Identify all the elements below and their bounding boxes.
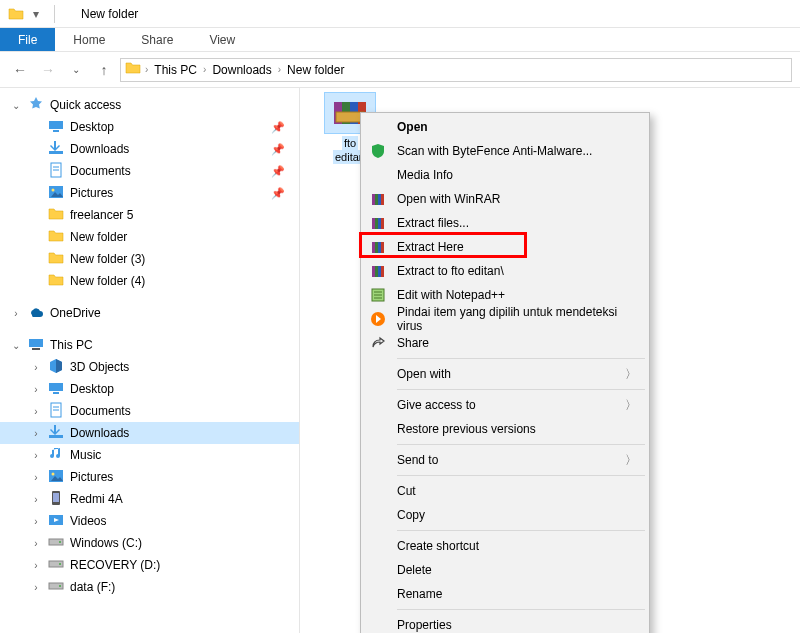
- tree-quick-item[interactable]: Downloads📌: [0, 138, 299, 160]
- pin-icon: 📌: [271, 143, 285, 156]
- menu-item[interactable]: Extract Here: [363, 235, 647, 259]
- tree-pc-item[interactable]: ›RECOVERY (D:): [0, 554, 299, 576]
- menu-item[interactable]: Media Info: [363, 163, 647, 187]
- expand-toggle-icon[interactable]: ›: [30, 384, 42, 395]
- svg-point-17: [52, 472, 55, 475]
- tree-item-label: New folder (4): [70, 274, 145, 288]
- menu-item[interactable]: Properties: [363, 613, 647, 633]
- crumb-this-pc[interactable]: This PC: [152, 63, 199, 77]
- tab-file[interactable]: File: [0, 28, 55, 51]
- menu-item[interactable]: Send to〉: [363, 448, 647, 472]
- tree-pc-item[interactable]: ›3D Objects: [0, 356, 299, 378]
- tree-pc-item[interactable]: ›Documents: [0, 400, 299, 422]
- menu-item[interactable]: Extract to fto editan\: [363, 259, 647, 283]
- tree-pc-item[interactable]: ›Music: [0, 444, 299, 466]
- menu-item[interactable]: Pindai item yang dipilih untuk mendeteks…: [363, 307, 647, 331]
- svg-rect-46: [378, 266, 381, 277]
- titlebar: ▾ New folder: [0, 0, 800, 28]
- menu-item[interactable]: Give access to〉: [363, 393, 647, 417]
- tree-pc-item[interactable]: ›Desktop: [0, 378, 299, 400]
- chevron-right-icon[interactable]: ›: [145, 64, 148, 75]
- expand-toggle-icon[interactable]: ›: [30, 582, 42, 593]
- tree-quick-item[interactable]: New folder (4): [0, 270, 299, 292]
- svg-rect-35: [381, 194, 384, 205]
- tree-pc-item[interactable]: ›data (F:): [0, 576, 299, 598]
- crumb-downloads[interactable]: Downloads: [210, 63, 273, 77]
- expand-toggle-icon[interactable]: ›: [30, 428, 42, 439]
- nav-back[interactable]: ←: [8, 58, 32, 82]
- menu-item-label: Send to: [397, 453, 438, 467]
- folder-icon: [48, 228, 64, 247]
- tree-quick-item[interactable]: Desktop📌: [0, 116, 299, 138]
- tree-onedrive[interactable]: ›OneDrive: [0, 302, 299, 324]
- tree-item-label: Pictures: [70, 186, 113, 200]
- nav-up[interactable]: ↑: [92, 58, 116, 82]
- onedrive-icon: [28, 304, 44, 323]
- nav-forward[interactable]: →: [36, 58, 60, 82]
- menu-item-label: Pindai item yang dipilih untuk mendeteks…: [397, 305, 637, 333]
- menu-item-label: Delete: [397, 563, 432, 577]
- menu-item[interactable]: Share: [363, 331, 647, 355]
- tree-quick-access[interactable]: ⌄Quick access: [0, 94, 299, 116]
- 3d-icon: [48, 358, 64, 377]
- tab-home[interactable]: Home: [55, 28, 123, 51]
- menu-item[interactable]: Copy: [363, 503, 647, 527]
- expand-toggle-icon[interactable]: ⌄: [10, 100, 22, 111]
- expand-toggle-icon[interactable]: ›: [30, 560, 42, 571]
- crumb-new-folder[interactable]: New folder: [285, 63, 346, 77]
- expand-toggle-icon[interactable]: ›: [30, 516, 42, 527]
- tab-share[interactable]: Share: [123, 28, 191, 51]
- tree-this-pc[interactable]: ⌄This PC: [0, 334, 299, 356]
- tree-quick-item[interactable]: Pictures📌: [0, 182, 299, 204]
- menu-item[interactable]: Extract files...: [363, 211, 647, 235]
- app-folder-icon: [8, 6, 24, 22]
- expand-toggle-icon[interactable]: ›: [30, 494, 42, 505]
- expand-toggle-icon[interactable]: ›: [30, 406, 42, 417]
- tree-pc-item[interactable]: ›Redmi 4A: [0, 488, 299, 510]
- menu-item[interactable]: Open with〉: [363, 362, 647, 386]
- menu-item[interactable]: Delete: [363, 558, 647, 582]
- tree-quick-item[interactable]: Documents📌: [0, 160, 299, 182]
- menu-item[interactable]: Rename: [363, 582, 647, 606]
- menu-item-label: Create shortcut: [397, 539, 479, 553]
- tree-quick-item[interactable]: freelancer 5: [0, 204, 299, 226]
- svg-rect-8: [29, 339, 43, 347]
- nav-recent-dropdown-icon[interactable]: ⌄: [64, 58, 88, 82]
- tree-pc-item[interactable]: ›Downloads: [0, 422, 299, 444]
- svg-rect-42: [378, 242, 381, 253]
- menu-item[interactable]: Cut: [363, 479, 647, 503]
- chevron-right-icon[interactable]: ›: [278, 64, 281, 75]
- svg-rect-37: [375, 218, 378, 229]
- menu-item[interactable]: Edit with Notepad++: [363, 283, 647, 307]
- svg-rect-32: [372, 194, 375, 205]
- expand-toggle-icon[interactable]: ›: [30, 450, 42, 461]
- menu-item-label: Restore previous versions: [397, 422, 536, 436]
- expand-toggle-icon[interactable]: ›: [30, 472, 42, 483]
- chevron-right-icon[interactable]: ›: [203, 64, 206, 75]
- menu-item[interactable]: Restore previous versions: [363, 417, 647, 441]
- document-icon: [48, 162, 64, 181]
- svg-rect-38: [378, 218, 381, 229]
- qat-customize-icon[interactable]: ▾: [26, 7, 46, 21]
- tree-item-label: 3D Objects: [70, 360, 129, 374]
- menu-item[interactable]: Open with WinRAR: [363, 187, 647, 211]
- menu-item[interactable]: Scan with ByteFence Anti-Malware...: [363, 139, 647, 163]
- address-bar[interactable]: › This PC › Downloads › New folder: [120, 58, 792, 82]
- expand-toggle-icon[interactable]: ›: [30, 362, 42, 373]
- svg-rect-44: [372, 266, 375, 277]
- tree-pc-item[interactable]: ›Pictures: [0, 466, 299, 488]
- folder-icon: [48, 206, 64, 225]
- tree-item-label: This PC: [50, 338, 93, 352]
- tree-pc-item[interactable]: ›Videos: [0, 510, 299, 532]
- menu-item-label: Share: [397, 336, 429, 350]
- expand-toggle-icon[interactable]: ⌄: [10, 340, 22, 351]
- tree-pc-item[interactable]: ›Windows (C:): [0, 532, 299, 554]
- svg-rect-36: [372, 218, 375, 229]
- tree-quick-item[interactable]: New folder: [0, 226, 299, 248]
- expand-toggle-icon[interactable]: ›: [30, 538, 42, 549]
- tab-view[interactable]: View: [191, 28, 253, 51]
- tree-quick-item[interactable]: New folder (3): [0, 248, 299, 270]
- expand-toggle-icon[interactable]: ›: [10, 308, 22, 319]
- menu-item[interactable]: Open: [363, 115, 647, 139]
- menu-item[interactable]: Create shortcut: [363, 534, 647, 558]
